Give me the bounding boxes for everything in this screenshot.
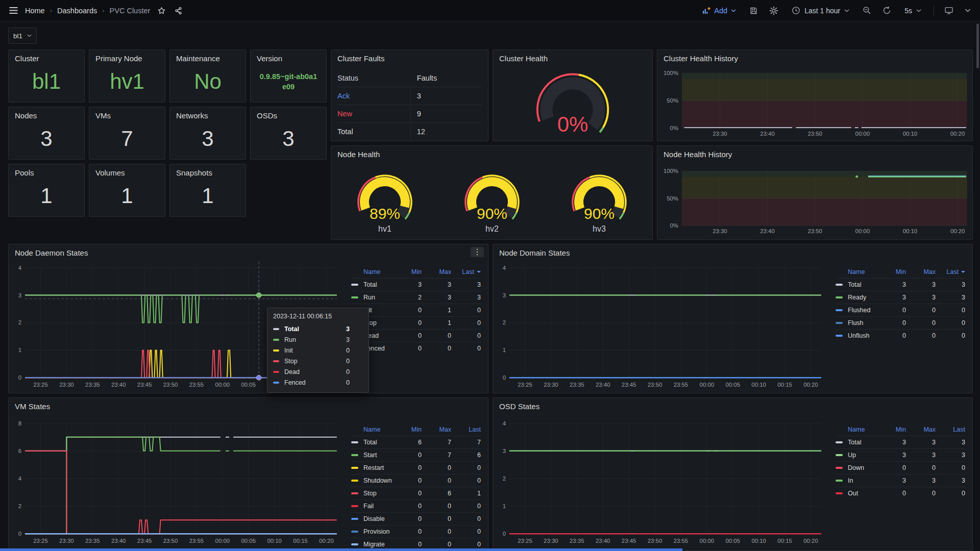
breadcrumb-dashboards[interactable]: Dashboards: [57, 7, 97, 15]
legend-item-fenced[interactable]: Fenced000: [351, 342, 481, 355]
tv-mode-button[interactable]: [943, 5, 954, 16]
node-health-gauge-hv3: 90% hv3: [546, 162, 653, 239]
legend-item-total[interactable]: Total677: [351, 436, 481, 448]
legend-item-stop[interactable]: Stop061: [351, 487, 481, 499]
series-stat-value: 7: [451, 439, 481, 446]
breadcrumb-home[interactable]: Home: [25, 7, 45, 15]
clock-icon: [792, 6, 800, 15]
add-button[interactable]: Add: [699, 6, 739, 15]
refresh-interval-picker[interactable]: 5s: [901, 6, 924, 15]
collapse-nav-button[interactable]: [964, 8, 972, 13]
legend-sort-name[interactable]: Name: [848, 268, 876, 276]
series-name: Total: [363, 439, 392, 446]
save-dashboard-button[interactable]: [748, 6, 759, 16]
refresh-icon: [883, 6, 891, 15]
stat-value: 3: [13, 121, 80, 156]
legend-sort-name[interactable]: Name: [363, 268, 392, 276]
legend-sort-last[interactable]: Last: [451, 268, 481, 276]
svg-text:00:10: 00:10: [903, 228, 917, 234]
legend-sort-max[interactable]: Max: [422, 268, 451, 276]
tooltip-series-total: Total3: [273, 323, 363, 334]
legend-sort-min[interactable]: Min: [876, 268, 906, 276]
legend-item-up[interactable]: Up333: [836, 448, 965, 461]
svg-text:00:00: 00:00: [700, 382, 715, 388]
legend-sort-name[interactable]: Name: [848, 426, 876, 433]
legend-item-down[interactable]: Down000: [836, 461, 965, 474]
legend-sort-min[interactable]: Min: [392, 426, 422, 433]
legend-sort-max[interactable]: Max: [422, 426, 451, 433]
column-header-status[interactable]: Status: [337, 69, 411, 87]
series-name: Disable: [363, 515, 392, 522]
series-stat-value: 0: [876, 464, 906, 471]
fault-count: 9: [410, 105, 482, 122]
legend-item-shutdown[interactable]: Shutdown000: [351, 474, 481, 487]
series-stat-value: 3: [906, 452, 936, 459]
legend-sort-last[interactable]: Last: [936, 268, 965, 276]
gauge-value: 90%: [546, 205, 653, 222]
legend-item-flush[interactable]: Flush000: [836, 316, 965, 329]
legend-item-total[interactable]: Total333: [351, 278, 481, 291]
zoom-out-time-button[interactable]: [862, 5, 872, 16]
time-range-picker[interactable]: Last 1 hour: [789, 6, 852, 15]
series-name: Provision: [363, 528, 392, 535]
variable-dropdown-cluster[interactable]: bl1: [8, 28, 37, 44]
gauge-label: hv1: [331, 224, 438, 234]
svg-text:23:50: 23:50: [648, 382, 663, 388]
series-stat-value: 0: [906, 319, 936, 327]
legend-item-dead[interactable]: Dead000: [351, 329, 481, 342]
svg-text:23:50: 23:50: [807, 131, 822, 137]
menu-button[interactable]: [8, 6, 19, 15]
legend-sort-max[interactable]: Max: [906, 426, 936, 433]
faults-table-header: Status Faults: [337, 69, 482, 87]
cluster-health-history-chart[interactable]: 23:3023:4023:5000:0000:1000:200%50%100%: [657, 50, 972, 141]
series-color-swatch: [836, 309, 843, 311]
series-stat-value: 0: [906, 332, 936, 339]
legend-sort-last[interactable]: Last: [936, 426, 965, 433]
panel-stat-snapshots: Snapshots 1: [169, 164, 246, 217]
vertical-scrollbar-thumb[interactable]: [976, 23, 979, 68]
svg-text:00:15: 00:15: [777, 538, 792, 544]
series-color-swatch: [836, 335, 843, 337]
svg-text:00:00: 00:00: [855, 228, 870, 234]
series-name: Up: [848, 452, 876, 459]
svg-text:00:20: 00:20: [950, 228, 965, 234]
panel-menu-kebab-icon[interactable]: ⋮: [471, 247, 484, 257]
legend-item-fail[interactable]: Fail000: [351, 499, 481, 512]
legend-item-in[interactable]: In333: [836, 474, 965, 487]
stat-value: 1: [13, 179, 80, 213]
node-health-history-chart[interactable]: 23:3023:4023:5000:0000:1000:200%50%100%: [657, 146, 972, 239]
legend-item-total[interactable]: Total333: [836, 278, 965, 291]
column-header-faults[interactable]: Faults: [411, 69, 482, 87]
legend-item-run[interactable]: Run233: [351, 291, 481, 304]
favorite-star-button[interactable]: [156, 6, 167, 16]
series-name: Dead: [284, 368, 346, 375]
svg-text:00:05: 00:05: [725, 382, 740, 388]
legend-item-provision[interactable]: Provision000: [351, 525, 481, 538]
legend-item-stop[interactable]: Stop010: [351, 316, 481, 329]
refresh-button[interactable]: [881, 5, 892, 16]
series-color-swatch: [836, 296, 843, 298]
svg-text:23:50: 23:50: [648, 538, 663, 544]
svg-text:23:25: 23:25: [518, 382, 532, 388]
legend-item-init[interactable]: Init010: [351, 304, 481, 316]
series-stat-value: 3: [936, 452, 965, 459]
share-button[interactable]: [173, 6, 184, 16]
legend-item-unflush[interactable]: Unflush000: [836, 329, 965, 342]
panel-stat-vms: VMs 7: [89, 107, 165, 160]
legend-item-restart[interactable]: Restart000: [351, 461, 481, 474]
legend-item-flushed[interactable]: Flushed000: [836, 304, 965, 316]
legend-sort-name[interactable]: Name: [363, 426, 392, 433]
horizontal-scrollbar[interactable]: [0, 548, 682, 551]
legend-item-total[interactable]: Total333: [836, 436, 965, 448]
legend-sort-last[interactable]: Last: [451, 426, 481, 433]
legend-item-out[interactable]: Out000: [836, 487, 965, 499]
legend-sort-max[interactable]: Max: [906, 268, 936, 276]
stat-value: 7: [93, 121, 161, 156]
panel-title: OSD States: [499, 402, 540, 411]
dashboard-settings-button[interactable]: [768, 5, 779, 16]
legend-item-disable[interactable]: Disable000: [351, 512, 481, 525]
legend-sort-min[interactable]: Min: [876, 426, 906, 433]
legend-sort-min[interactable]: Min: [392, 268, 422, 276]
legend-item-start[interactable]: Start076: [351, 448, 481, 461]
legend-item-ready[interactable]: Ready333: [836, 291, 965, 304]
